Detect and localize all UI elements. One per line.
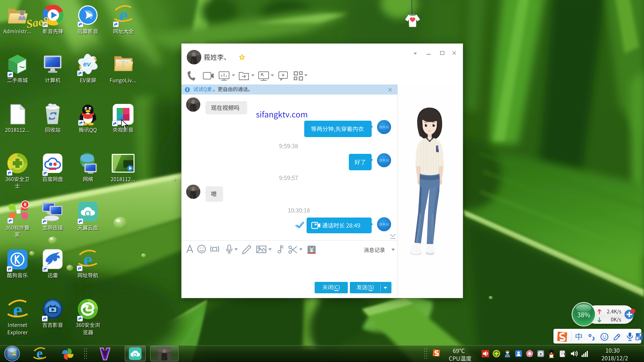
svg-text:ev: ev — [83, 60, 91, 68]
svg-text:8: 8 — [24, 202, 26, 207]
